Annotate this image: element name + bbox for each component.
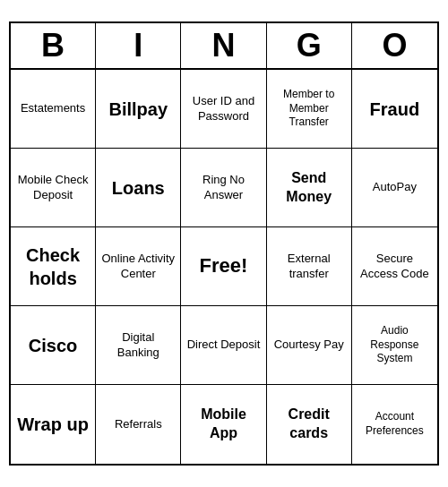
bingo-cell-16: Digital Banking — [96, 306, 181, 385]
bingo-cell-12: Free! — [181, 227, 266, 306]
bingo-cell-15: Cisco — [11, 306, 96, 385]
bingo-cell-10: Check holds — [11, 227, 96, 306]
bingo-cell-24: Account Preferences — [352, 385, 437, 464]
bingo-cell-21: Referrals — [96, 385, 181, 464]
bingo-cell-5: Mobile Check Deposit — [11, 149, 96, 227]
bingo-letter-o: O — [352, 23, 437, 68]
bingo-cell-18: Courtesy Pay — [267, 306, 352, 385]
bingo-letter-i: I — [96, 23, 181, 68]
bingo-cell-2: User ID and Password — [181, 70, 266, 149]
bingo-cell-3: Member to Member Transfer — [267, 70, 352, 149]
bingo-cell-17: Direct Deposit — [181, 306, 266, 385]
bingo-grid: EstatementsBillpayUser ID and PasswordMe… — [11, 70, 437, 464]
bingo-cell-11: Online Activity Center — [96, 227, 181, 306]
bingo-cell-4: Fraud — [352, 70, 437, 149]
bingo-cell-23: Credit cards — [267, 385, 352, 464]
bingo-cell-22: Mobile App — [181, 385, 266, 464]
bingo-cell-7: Ring No Answer — [181, 149, 266, 227]
bingo-cell-0: Estatements — [11, 70, 96, 149]
bingo-letter-g: G — [267, 23, 352, 68]
bingo-cell-6: Loans — [96, 149, 181, 227]
bingo-cell-19: Audio Response System — [352, 306, 437, 385]
bingo-card: BINGO EstatementsBillpayUser ID and Pass… — [9, 21, 439, 466]
bingo-cell-14: Secure Access Code — [352, 227, 437, 306]
bingo-cell-1: Billpay — [96, 70, 181, 149]
bingo-letter-n: N — [181, 23, 266, 68]
bingo-cell-8: Send Money — [267, 149, 352, 227]
bingo-header: BINGO — [11, 23, 437, 70]
bingo-cell-9: AutoPay — [352, 149, 437, 227]
bingo-letter-b: B — [11, 23, 96, 68]
bingo-cell-20: Wrap up — [11, 385, 96, 464]
bingo-cell-13: External transfer — [267, 227, 352, 306]
